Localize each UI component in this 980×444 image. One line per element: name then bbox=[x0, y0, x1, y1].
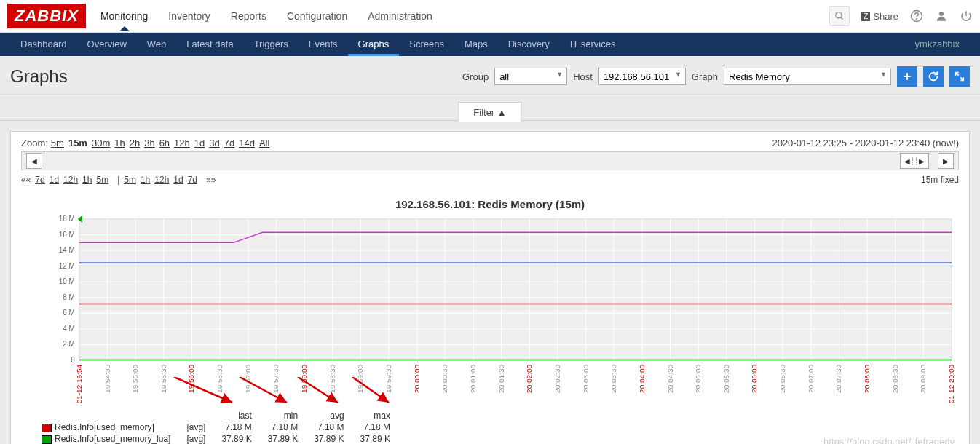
zoom-14d[interactable]: 14d bbox=[239, 138, 255, 148]
top-bar: ZABBIX Monitoring Inventory Reports Conf… bbox=[0, 0, 980, 33]
period-prefix[interactable]: «« bbox=[21, 175, 31, 185]
sub-nav: Dashboard Overview Web Latest data Trigg… bbox=[0, 33, 980, 56]
subnav-web[interactable]: Web bbox=[137, 33, 177, 56]
subnav-events[interactable]: Events bbox=[299, 33, 348, 56]
svg-text:20:07:00: 20:07:00 bbox=[807, 365, 815, 393]
zoom-6h[interactable]: 6h bbox=[159, 138, 170, 148]
user-icon[interactable] bbox=[935, 9, 948, 23]
zoom-1h[interactable]: 1h bbox=[114, 138, 125, 148]
zoom-2h[interactable]: 2h bbox=[130, 138, 140, 148]
svg-text:20:09:00: 20:09:00 bbox=[919, 365, 927, 393]
refresh-icon bbox=[928, 71, 939, 82]
group-label: Group bbox=[462, 71, 489, 82]
svg-text:20:02:00: 20:02:00 bbox=[525, 365, 533, 393]
period-5m[interactable]: 5m bbox=[96, 175, 108, 185]
fullscreen-button[interactable] bbox=[949, 66, 970, 87]
power-icon[interactable] bbox=[960, 9, 973, 23]
subnav-graphs[interactable]: Graphs bbox=[348, 33, 400, 56]
subnav-latestdata[interactable]: Latest data bbox=[176, 33, 243, 56]
fullscreen-icon bbox=[954, 71, 965, 82]
svg-text:20:01:30: 20:01:30 bbox=[497, 365, 505, 393]
subnav-overview[interactable]: Overview bbox=[77, 33, 137, 56]
share-icon: Z bbox=[861, 12, 870, 21]
period-12h[interactable]: 12h bbox=[63, 175, 78, 185]
period-7d[interactable]: 7d bbox=[188, 175, 197, 185]
zoom-3h[interactable]: 3h bbox=[144, 138, 154, 148]
menu-administration[interactable]: Administration bbox=[368, 1, 432, 31]
period-suffix[interactable]: »» bbox=[206, 175, 216, 185]
svg-text:20:00:30: 20:00:30 bbox=[440, 365, 448, 393]
period-1d[interactable]: 1d bbox=[173, 175, 183, 185]
svg-text:16 M: 16 M bbox=[59, 231, 75, 239]
svg-rect-9 bbox=[79, 219, 952, 360]
host-select[interactable]: 192.168.56.101 bbox=[598, 68, 686, 85]
zoom-12h[interactable]: 12h bbox=[174, 138, 190, 148]
menu-inventory[interactable]: Inventory bbox=[168, 1, 210, 31]
scroll-row: ◀ ◀┊┊▶ ▶ bbox=[21, 151, 959, 170]
subnav-dashboard[interactable]: Dashboard bbox=[10, 33, 77, 56]
period-7d[interactable]: 7d bbox=[35, 175, 44, 185]
filter-toggle[interactable]: Filter ▲ bbox=[458, 102, 521, 122]
zoom-7d[interactable]: 7d bbox=[224, 138, 234, 148]
zoom-15m[interactable]: 15m bbox=[68, 138, 87, 148]
plus-icon bbox=[901, 71, 913, 82]
refresh-button[interactable] bbox=[923, 66, 944, 87]
subnav-itservices[interactable]: IT services bbox=[560, 33, 626, 56]
zoom-label: Zoom: bbox=[21, 138, 48, 148]
search-icon bbox=[834, 11, 845, 21]
menu-reports[interactable]: Reports bbox=[231, 1, 266, 31]
page-title: Graphs bbox=[10, 66, 68, 87]
svg-point-3 bbox=[917, 18, 917, 19]
zoom-3d[interactable]: 3d bbox=[209, 138, 219, 148]
svg-text:20:04:00: 20:04:00 bbox=[638, 365, 646, 393]
subnav-triggers[interactable]: Triggers bbox=[244, 33, 299, 56]
svg-text:20:08:00: 20:08:00 bbox=[863, 365, 871, 393]
svg-text:18 M: 18 M bbox=[59, 215, 75, 223]
zoom-1d[interactable]: 1d bbox=[194, 138, 205, 148]
scroll-range-button[interactable]: ◀┊┊▶ bbox=[900, 153, 929, 169]
subnav-maps[interactable]: Maps bbox=[454, 33, 498, 56]
svg-text:10 M: 10 M bbox=[59, 277, 75, 285]
filter-tab-row: Filter ▲ bbox=[0, 95, 980, 121]
zoom-30m[interactable]: 30m bbox=[92, 138, 110, 148]
svg-text:12 M: 12 M bbox=[59, 262, 75, 270]
chart-svg: 02 M4 M6 M8 M10 M12 M14 M16 M18 M01-12 1… bbox=[21, 215, 959, 404]
graph-select[interactable]: Redis Memory bbox=[724, 68, 891, 85]
svg-text:20:06:30: 20:06:30 bbox=[778, 365, 786, 393]
subnav-discovery[interactable]: Discovery bbox=[498, 33, 560, 56]
svg-text:20:06:00: 20:06:00 bbox=[750, 365, 758, 393]
content: Zoom: 5m15m30m1h2h3h6h12h1d3d7d14dAll 20… bbox=[0, 121, 980, 444]
search-button[interactable] bbox=[829, 6, 850, 26]
logo[interactable]: ZABBIX bbox=[7, 4, 86, 28]
top-menu: Monitoring Inventory Reports Configurati… bbox=[100, 1, 432, 31]
period-1h[interactable]: 1h bbox=[141, 175, 150, 185]
add-button[interactable] bbox=[897, 66, 917, 87]
svg-text:19:54:30: 19:54:30 bbox=[103, 365, 111, 393]
zoom-All[interactable]: All bbox=[259, 138, 269, 148]
svg-text:0: 0 bbox=[71, 356, 75, 364]
menu-configuration[interactable]: Configuration bbox=[287, 1, 347, 31]
scroll-right-button[interactable]: ▶ bbox=[938, 153, 954, 169]
period-12h[interactable]: 12h bbox=[154, 175, 169, 185]
svg-text:20:04:30: 20:04:30 bbox=[666, 365, 674, 393]
svg-text:20:03:30: 20:03:30 bbox=[609, 365, 617, 393]
time-range: 2020-01-12 23:25 - 2020-01-12 23:40 (now… bbox=[772, 138, 959, 148]
subnav-screens[interactable]: Screens bbox=[399, 33, 454, 56]
svg-line-97 bbox=[174, 377, 232, 403]
period-5m[interactable]: 5m bbox=[124, 175, 136, 185]
share-link[interactable]: Z Share bbox=[861, 11, 898, 22]
svg-text:20:05:00: 20:05:00 bbox=[694, 365, 702, 393]
svg-point-0 bbox=[836, 12, 842, 18]
zoom-5m[interactable]: 5m bbox=[51, 138, 64, 148]
group-select[interactable]: all bbox=[494, 68, 567, 85]
username-label[interactable]: ymkzabbix bbox=[905, 33, 970, 56]
period-1h[interactable]: 1h bbox=[82, 175, 92, 185]
scroll-left-button[interactable]: ◀ bbox=[26, 153, 42, 169]
help-icon[interactable] bbox=[910, 9, 923, 23]
legend-row: Redis.Info[used_memory][avg]7.18 M7.18 M… bbox=[34, 422, 398, 432]
menu-monitoring[interactable]: Monitoring bbox=[100, 1, 148, 31]
svg-text:20:02:30: 20:02:30 bbox=[553, 365, 561, 393]
zoom-row: Zoom: 5m15m30m1h2h3h6h12h1d3d7d14dAll 20… bbox=[21, 138, 959, 148]
svg-text:8 M: 8 M bbox=[63, 293, 75, 301]
period-1d[interactable]: 1d bbox=[50, 175, 59, 185]
